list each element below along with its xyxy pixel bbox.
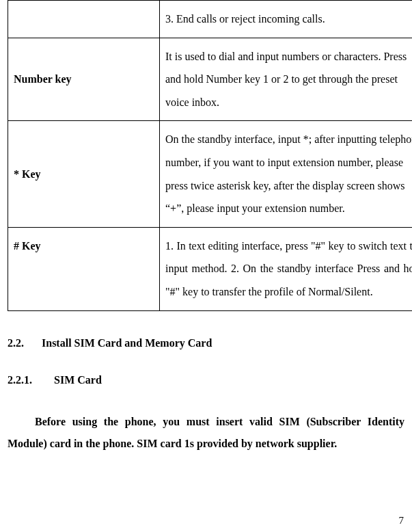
key-label-cell: Number key [8,38,160,121]
table-row: Number key It is used to dial and input … [8,38,413,121]
body-paragraph: Before using the phone, you must insert … [8,411,404,455]
subsection-number: 2.2.1. [8,374,51,386]
table-row: # Key 1. In text editing interface, pres… [8,227,413,310]
section-heading: 2.2. Install SIM Card and Memory Card [8,337,412,349]
key-desc-cell: 1. In text editing interface, press "#" … [160,227,413,310]
subsection-heading: 2.2.1. SIM Card [8,374,412,386]
key-label-cell: # Key [8,227,160,310]
keys-table: 3. End calls or reject incoming calls. N… [8,0,412,311]
table-row: * Key On the standby interface, input *;… [8,121,413,227]
key-desc-cell: It is used to dial and input numbers or … [160,38,413,121]
table-row: 3. End calls or reject incoming calls. [8,1,413,38]
page-number: 7 [399,515,404,527]
key-desc-cell: On the standby interface, input *; after… [160,121,413,227]
section-title: Install SIM Card and Memory Card [42,337,212,349]
key-desc-cell: 3. End calls or reject incoming calls. [160,1,413,38]
section-number: 2.2. [8,337,39,349]
key-label-cell: * Key [8,121,160,227]
subsection-title: SIM Card [54,374,102,386]
key-label-cell [8,1,160,38]
